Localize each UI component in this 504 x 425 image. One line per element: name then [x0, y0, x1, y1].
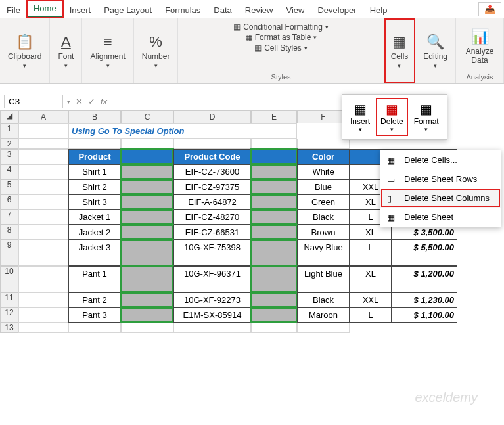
- blank-cell[interactable]: [251, 179, 297, 194]
- table-header[interactable]: Product Code: [173, 149, 251, 164]
- row-header[interactable]: 12: [0, 307, 18, 323]
- table-cell[interactable]: Light Blue: [297, 266, 350, 292]
- blank-cell[interactable]: [121, 240, 173, 266]
- blank-cell[interactable]: [251, 225, 297, 240]
- table-header[interactable]: Product: [68, 149, 121, 164]
- cell[interactable]: [18, 179, 68, 194]
- row-header[interactable]: 4: [0, 164, 18, 179]
- tab-data[interactable]: Data: [207, 3, 238, 18]
- table-header[interactable]: Color: [297, 149, 350, 164]
- cell-styles-button[interactable]: ▦Cell Styles▾: [254, 43, 308, 53]
- cell[interactable]: [251, 139, 297, 149]
- row-header[interactable]: 11: [0, 292, 18, 307]
- blank-cell[interactable]: [121, 307, 173, 323]
- col-header-e[interactable]: E: [251, 110, 297, 123]
- table-cell[interactable]: EIF-CZ-73600: [173, 164, 251, 179]
- tab-view[interactable]: View: [279, 3, 311, 18]
- cell[interactable]: [68, 323, 121, 333]
- blank-cell[interactable]: [251, 210, 297, 225]
- tab-insert[interactable]: Insert: [63, 3, 98, 18]
- delete-sheet-rows-item[interactable]: ▭Delete Sheet Rows: [380, 169, 501, 189]
- cell[interactable]: [18, 292, 68, 307]
- font-button[interactable]: A Font ▾: [55, 32, 76, 70]
- alignment-button[interactable]: ≡ Alignment ▾: [87, 32, 127, 70]
- conditional-formatting-button[interactable]: ▦Conditional Formatting▾: [233, 22, 329, 32]
- cell[interactable]: [18, 307, 68, 323]
- row-header[interactable]: 13: [0, 323, 18, 333]
- row-header[interactable]: 2: [0, 139, 18, 149]
- table-cell[interactable]: Black: [297, 210, 350, 225]
- row-header[interactable]: 8: [0, 225, 18, 240]
- row-header[interactable]: 9: [0, 240, 18, 266]
- table-cell[interactable]: Pant 3: [68, 307, 121, 323]
- tab-formulas[interactable]: Formulas: [158, 3, 207, 18]
- tab-review[interactable]: Review: [239, 3, 280, 18]
- clipboard-button[interactable]: 📋 Clipboard ▾: [5, 32, 44, 70]
- table-cell[interactable]: Brown: [297, 225, 350, 240]
- cell[interactable]: [173, 323, 251, 333]
- row-header[interactable]: 6: [0, 194, 18, 210]
- table-cell[interactable]: Pant 1: [68, 266, 121, 292]
- enter-icon[interactable]: ✓: [88, 97, 95, 106]
- table-cell[interactable]: 10G-XF-96371: [173, 266, 251, 292]
- col-header-b[interactable]: B: [68, 110, 121, 123]
- number-button[interactable]: % Number ▾: [139, 32, 173, 70]
- table-cell[interactable]: Blue: [297, 179, 350, 194]
- col-header-c[interactable]: C: [121, 110, 173, 123]
- blank-cell[interactable]: [251, 307, 297, 323]
- table-cell[interactable]: Navy Blue: [297, 240, 350, 266]
- table-cell[interactable]: XL: [350, 266, 392, 292]
- insert-cells-button[interactable]: ▦ Insert ▾: [346, 99, 374, 135]
- table-cell[interactable]: Shirt 2: [68, 179, 121, 194]
- table-cell[interactable]: EIF-CZ-48270: [173, 210, 251, 225]
- blank-cell[interactable]: [251, 164, 297, 179]
- cell[interactable]: [18, 210, 68, 225]
- cell[interactable]: [18, 149, 68, 164]
- delete-cells-item[interactable]: ▦Delete Cells...: [380, 150, 501, 169]
- row-header[interactable]: 1: [0, 123, 18, 139]
- cell[interactable]: [68, 139, 121, 149]
- cell[interactable]: [297, 139, 350, 149]
- blank-cell[interactable]: [251, 194, 297, 210]
- table-cell[interactable]: XXL: [350, 292, 392, 307]
- blank-cell[interactable]: [251, 266, 297, 292]
- table-cell[interactable]: 10G-XF-75398: [173, 240, 251, 266]
- share-button[interactable]: 📤: [478, 2, 501, 16]
- table-cell[interactable]: EIF-A-64872: [173, 194, 251, 210]
- blank-cell[interactable]: [121, 266, 173, 292]
- group-cells[interactable]: ▦ Cells ▾: [384, 18, 416, 83]
- table-cell[interactable]: Shirt 3: [68, 194, 121, 210]
- blank-cell[interactable]: [121, 292, 173, 307]
- table-header-blank[interactable]: [121, 149, 173, 164]
- blank-cell[interactable]: [121, 210, 173, 225]
- table-cell[interactable]: 10G-XF-92273: [173, 292, 251, 307]
- cell[interactable]: [173, 139, 251, 149]
- table-cell[interactable]: White: [297, 164, 350, 179]
- tab-help[interactable]: Help: [363, 3, 394, 18]
- cell[interactable]: [121, 323, 173, 333]
- cell[interactable]: [18, 123, 68, 139]
- format-cells-button[interactable]: ▦ Format ▾: [410, 99, 443, 135]
- sheet-title[interactable]: Using Go To Special Option: [68, 123, 297, 139]
- cell[interactable]: [18, 323, 68, 333]
- blank-cell[interactable]: [121, 194, 173, 210]
- delete-cells-button[interactable]: ▦ Delete ▾: [377, 99, 407, 135]
- blank-cell[interactable]: [121, 225, 173, 240]
- table-cell[interactable]: Pant 2: [68, 292, 121, 307]
- table-cell[interactable]: Jacket 1: [68, 210, 121, 225]
- blank-cell[interactable]: [251, 240, 297, 266]
- table-cell[interactable]: Black: [297, 292, 350, 307]
- table-cell[interactable]: Green: [297, 194, 350, 210]
- row-header[interactable]: 5: [0, 179, 18, 194]
- col-header-a[interactable]: A: [18, 110, 68, 123]
- cell[interactable]: [18, 139, 68, 149]
- tab-file[interactable]: File: [0, 3, 27, 18]
- tab-developer[interactable]: Developer: [311, 3, 363, 18]
- blank-cell[interactable]: [121, 164, 173, 179]
- row-header[interactable]: 3: [0, 149, 18, 164]
- table-cell[interactable]: L: [350, 307, 392, 323]
- cancel-icon[interactable]: ✕: [76, 97, 83, 106]
- cell[interactable]: [121, 139, 173, 149]
- table-cell[interactable]: L: [350, 240, 392, 266]
- cell[interactable]: [297, 323, 350, 333]
